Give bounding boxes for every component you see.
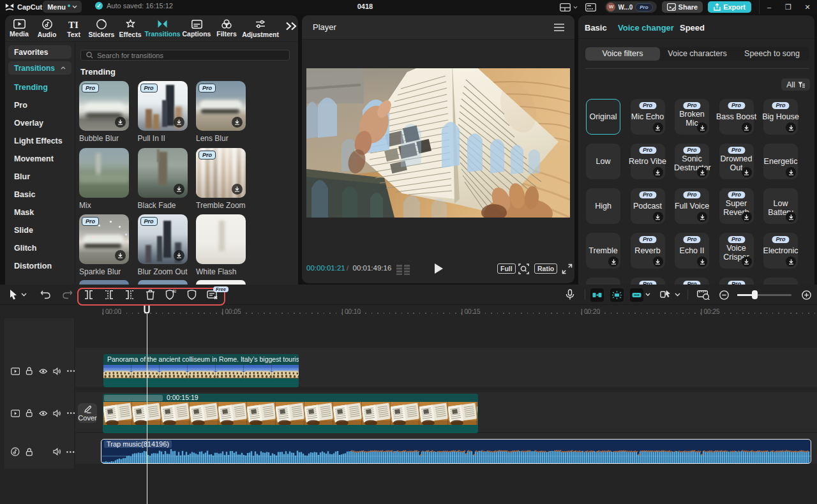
svg-text:TI: TI [68, 20, 79, 29]
svg-text:AI: AI [172, 289, 176, 293]
